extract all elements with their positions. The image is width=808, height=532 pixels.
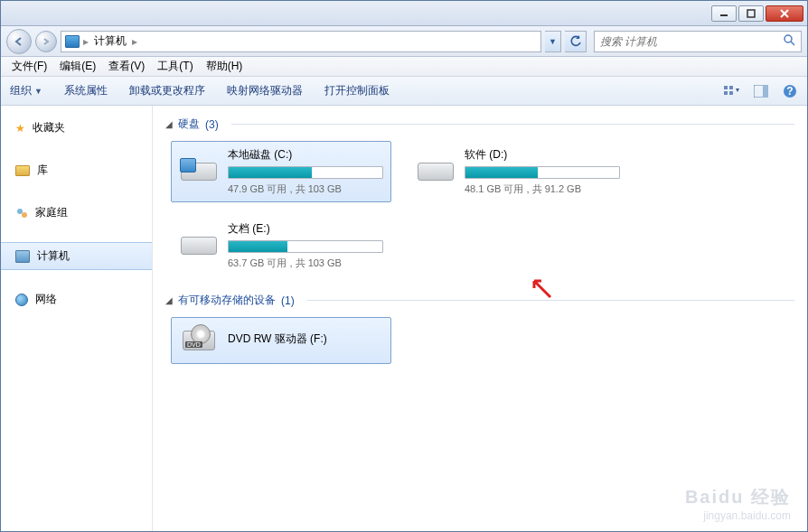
- uninstall-program-button[interactable]: 卸载或更改程序: [129, 83, 205, 98]
- search-icon: [783, 33, 795, 49]
- menu-tools[interactable]: 工具(T): [152, 57, 198, 76]
- svg-point-4: [785, 35, 792, 42]
- breadcrumb-arrow-icon: ▸: [83, 35, 89, 48]
- computer-icon: [65, 35, 80, 48]
- sidebar-item-network[interactable]: 网络: [1, 286, 152, 313]
- forward-button[interactable]: [35, 31, 57, 52]
- drive-name: 文档 (E:): [228, 221, 383, 237]
- address-bar[interactable]: ▸ 计算机 ▸: [61, 31, 541, 52]
- drive-name: 本地磁盘 (C:): [228, 147, 383, 163]
- homegroup-icon: [15, 207, 28, 219]
- watermark: Baidu 经验 jingyan.baidu.com: [685, 485, 791, 522]
- library-icon: [15, 165, 30, 176]
- preview-pane-button[interactable]: [753, 84, 769, 98]
- organize-button[interactable]: 组织▼: [10, 83, 42, 98]
- group-label: 硬盘: [178, 117, 200, 132]
- drive-f-dvd[interactable]: DVD RW 驱动器 (F:): [171, 317, 391, 364]
- svg-rect-1: [747, 10, 755, 17]
- svg-line-5: [791, 42, 794, 45]
- content-pane: ◢ 硬盘 (3) 本地磁盘 (C:) 47.9 GB 可用 , 共 103 GB…: [153, 106, 807, 531]
- hard-drive-icon: [181, 237, 217, 255]
- sidebar-item-homegroup[interactable]: 家庭组: [1, 200, 152, 226]
- group-label: 有可移动存储的设备: [178, 293, 276, 308]
- drive-stats: 48.1 GB 可用 , 共 91.2 GB: [465, 182, 620, 196]
- navigation-bar: ▸ 计算机 ▸ ▼: [1, 26, 807, 57]
- sidebar-item-computer[interactable]: 计算机: [1, 242, 152, 270]
- group-header-removable[interactable]: ◢ 有可移动存储的设备 (1): [165, 289, 794, 317]
- back-button[interactable]: [6, 29, 32, 54]
- svg-rect-8: [724, 91, 728, 95]
- drive-stats: 63.7 GB 可用 , 共 103 GB: [228, 257, 383, 270]
- svg-point-15: [22, 212, 27, 218]
- breadcrumb-computer[interactable]: 计算机: [92, 33, 128, 49]
- star-icon: ★: [15, 122, 25, 135]
- sidebar-item-label: 网络: [35, 292, 57, 307]
- drive-e[interactable]: 文档 (E:) 63.7 GB 可用 , 共 103 GB: [171, 215, 391, 276]
- menu-help[interactable]: 帮助(H): [201, 57, 249, 76]
- collapse-icon: ◢: [165, 295, 173, 305]
- svg-rect-9: [729, 91, 733, 95]
- drive-stats: 47.9 GB 可用 , 共 103 GB: [228, 182, 383, 196]
- svg-rect-7: [729, 86, 733, 89]
- system-properties-button[interactable]: 系统属性: [64, 83, 108, 98]
- menu-edit[interactable]: 编辑(E): [54, 57, 101, 76]
- open-control-panel-button[interactable]: 打开控制面板: [324, 83, 390, 98]
- network-icon: [15, 294, 28, 306]
- svg-rect-11: [763, 85, 768, 98]
- refresh-button[interactable]: [565, 31, 587, 52]
- breadcrumb-arrow-icon: ▸: [132, 35, 137, 48]
- view-options-button[interactable]: [724, 84, 740, 98]
- group-count: (1): [281, 294, 295, 307]
- computer-icon: [15, 250, 30, 263]
- capacity-bar: [228, 240, 383, 253]
- drive-d[interactable]: 软件 (D:) 48.1 GB 可用 , 共 91.2 GB: [408, 141, 628, 202]
- drive-name: DVD RW 驱动器 (F:): [228, 331, 383, 347]
- maximize-button[interactable]: [738, 5, 764, 22]
- command-bar: 组织▼ 系统属性 卸载或更改程序 映射网络驱动器 打开控制面板 ?: [1, 77, 807, 106]
- hard-drive-icon: [418, 163, 454, 181]
- hard-drive-icon: [181, 163, 217, 181]
- address-history-dropdown[interactable]: ▼: [545, 31, 561, 52]
- svg-text:?: ?: [786, 85, 793, 98]
- dvd-drive-icon: [183, 331, 215, 350]
- sidebar-item-favorites[interactable]: ★ 收藏夹: [1, 115, 152, 141]
- help-button[interactable]: ?: [782, 84, 798, 98]
- sidebar-item-libraries[interactable]: 库: [1, 157, 152, 183]
- sidebar-item-label: 库: [37, 163, 48, 178]
- menu-bar: 文件(F) 编辑(E) 查看(V) 工具(T) 帮助(H): [1, 57, 807, 77]
- map-network-drive-button[interactable]: 映射网络驱动器: [227, 83, 303, 98]
- capacity-bar: [228, 166, 383, 179]
- capacity-bar: [465, 166, 620, 179]
- sidebar-item-label: 收藏夹: [33, 120, 65, 135]
- drive-name: 软件 (D:): [465, 147, 620, 163]
- sidebar-item-label: 家庭组: [35, 205, 68, 220]
- svg-point-14: [17, 209, 23, 214]
- group-header-hard-drives[interactable]: ◢ 硬盘 (3): [165, 113, 794, 141]
- search-box[interactable]: [594, 31, 802, 52]
- window-titlebar: [1, 1, 807, 26]
- menu-view[interactable]: 查看(V): [103, 57, 150, 76]
- search-input[interactable]: [600, 35, 783, 48]
- collapse-icon: ◢: [165, 119, 173, 129]
- group-count: (3): [205, 118, 219, 131]
- menu-file[interactable]: 文件(F): [6, 57, 52, 76]
- sidebar-item-label: 计算机: [37, 248, 70, 264]
- navigation-pane: ★ 收藏夹 库 家庭组 计算机 网络: [1, 106, 153, 531]
- svg-rect-6: [724, 86, 728, 89]
- close-button[interactable]: [766, 5, 803, 22]
- minimize-button[interactable]: [711, 5, 737, 22]
- drive-c[interactable]: 本地磁盘 (C:) 47.9 GB 可用 , 共 103 GB: [171, 141, 391, 202]
